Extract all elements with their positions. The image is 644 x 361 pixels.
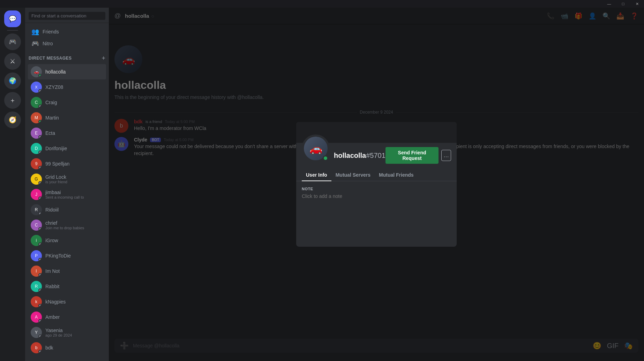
dm-avatar-ecta: E	[31, 128, 42, 139]
profile-username-wrap: hollacolla#5701	[334, 152, 385, 160]
dm-avatar-jimbaai: J	[31, 189, 42, 200]
status-dot-craig	[38, 105, 42, 108]
dm-name-yasenia: Yasenia	[45, 328, 103, 333]
profile-modal: 🚗 hollacolla#5701 Send Frien	[296, 122, 457, 247]
profile-username: hollacolla#5701	[334, 152, 385, 159]
status-dot-gridlock	[38, 181, 42, 185]
dm-name-hollacolla: hollacolla	[45, 69, 103, 75]
dm-name-knagpies: kNagpies	[45, 299, 103, 305]
dm-avatar-rabbit: R	[31, 281, 42, 292]
dm-item-dori[interactable]: D Dorifonijie	[28, 141, 106, 156]
add-dm-button[interactable]: +	[102, 55, 105, 61]
nitro-icon: 🎮	[31, 40, 39, 47]
dm-header: DIRECT MESSAGES +	[25, 52, 109, 64]
profile-tabs: User Info Mutual Servers Mutual Friends	[296, 169, 457, 181]
dm-item-ridoiil[interactable]: R Ridoiil	[28, 202, 106, 217]
dm-avatar-bdk: b	[31, 342, 42, 353]
status-dot-dori	[38, 151, 42, 154]
search-bar	[25, 8, 109, 23]
sidebar-item-nitro[interactable]: 🎮 Nitro	[29, 38, 105, 49]
dm-item-knagpies[interactable]: k kNagpies	[28, 294, 106, 309]
dm-name-igrow: iGrow	[45, 238, 103, 243]
status-dot-igrow	[38, 243, 42, 246]
dm-item-bdk[interactable]: b bdk	[28, 340, 106, 355]
tab-mutual-servers[interactable]: Mutual Servers	[331, 169, 375, 181]
dm-avatar-pking: P	[31, 250, 42, 261]
dm-name-dori: Dorifonijie	[45, 146, 103, 151]
dm-item-martin[interactable]: M Martin	[28, 110, 106, 125]
maximize-button[interactable]: □	[616, 0, 630, 8]
sidebar-nav: 👥 Friends 🎮 Nitro	[25, 23, 109, 52]
note-content-area	[302, 199, 451, 241]
dm-name-ecta: Ecta	[45, 130, 103, 136]
dm-name-martin: Martin	[45, 115, 103, 121]
dm-avatar-chrief: C	[31, 220, 42, 231]
dm-avatar-yasenia: Y	[31, 327, 42, 338]
sidebar-item-friends[interactable]: 👥 Friends	[29, 26, 105, 38]
dm-avatar-knagpies: k	[31, 296, 42, 307]
profile-actions: Send Friend Request …	[385, 147, 451, 164]
tab-user-info[interactable]: User Info	[302, 169, 331, 181]
server-icon-add[interactable]: ＋	[4, 92, 21, 109]
dm-item-craig[interactable]: C Craig	[28, 95, 106, 110]
dm-item-yasenia[interactable]: Y Yasenia ago 29 de 2024	[28, 325, 106, 340]
status-dot-rabbit	[38, 289, 42, 292]
profile-status-indicator	[323, 155, 328, 161]
friends-icon: 👥	[31, 28, 39, 36]
dm-name-chrief: chrief	[45, 220, 103, 226]
dm-item-pking[interactable]: P PKingToDie	[28, 248, 106, 263]
dm-name-imnot: Im Not	[45, 268, 103, 274]
status-dot-amber	[38, 319, 42, 323]
dm-sub-yasenia: ago 29 de 2024	[45, 333, 103, 337]
dm-avatar-craig: C	[31, 97, 42, 108]
dm-item-chrief[interactable]: C chrief Join me to drop babies	[28, 217, 106, 233]
dm-avatar-gridlock: G	[31, 174, 42, 185]
dm-avatar-dori: D	[31, 143, 42, 154]
dm-name-jimbaai: jimbaai	[45, 190, 103, 195]
dm-item-ecta[interactable]: E Ecta	[28, 125, 106, 141]
dm-item-hollacolla[interactable]: 🚗 hollacolla	[28, 64, 106, 79]
status-dot-pking	[38, 258, 42, 261]
dm-avatar-igrow: i	[31, 235, 42, 246]
dm-name-xzyz08: XZYZ08	[45, 84, 103, 90]
status-dot-jimbaai	[38, 197, 42, 200]
server-icon-2[interactable]: ⚔	[4, 53, 21, 70]
profile-note-section: NOTE	[302, 187, 451, 199]
server-icon-1[interactable]: 🎮	[4, 33, 21, 50]
close-button[interactable]: ✕	[630, 0, 644, 8]
modal-overlay[interactable]: 🚗 hollacolla#5701 Send Frien	[109, 8, 644, 361]
profile-username-text: hollacolla	[334, 152, 366, 159]
status-dot-ecta	[38, 135, 42, 139]
dm-item-jimbaai[interactable]: J jimbaai Sent a incoming call to	[28, 187, 106, 202]
dm-item-gridlock[interactable]: G Grid Lock is your friend	[28, 171, 106, 187]
dm-item-rabbit[interactable]: R Rabbit	[28, 279, 106, 294]
dm-avatar-martin: M	[31, 112, 42, 123]
dm-name-rabbit: Rabbit	[45, 284, 103, 289]
dm-item-igrow[interactable]: i iGrow	[28, 233, 106, 248]
status-dot-99spell	[38, 166, 42, 169]
dm-item-imnot[interactable]: I Im Not	[28, 263, 106, 279]
profile-user-info: 🚗 hollacolla#5701	[302, 148, 385, 162]
server-icon-3[interactable]: 🌍	[4, 72, 21, 89]
profile-modal-body: 🚗 hollacolla#5701 Send Frien	[296, 147, 457, 247]
dm-avatar-99spell: 9	[31, 158, 42, 169]
status-dot-xzyz08	[38, 89, 42, 93]
more-options-button[interactable]: …	[441, 150, 451, 161]
dm-item-xzyz08[interactable]: X XZYZ08	[28, 79, 106, 95]
dm-item-99spell[interactable]: 9 99 Spelljan	[28, 156, 106, 171]
search-input[interactable]	[29, 12, 105, 20]
titlebar: — □ ✕	[602, 0, 644, 8]
server-icon-dm[interactable]: 💬	[4, 10, 21, 27]
main-content: @ hollacolla ○ 📞 📹 🎁 👤 🔍 📥 ❓ 🚗	[109, 8, 644, 361]
minimize-button[interactable]: —	[602, 0, 616, 8]
tab-mutual-friends[interactable]: Mutual Friends	[375, 169, 418, 181]
status-dot-martin	[38, 120, 42, 123]
dm-avatar-ridoiil: R	[31, 204, 42, 215]
dm-name-99spell: 99 Spelljan	[45, 161, 103, 167]
note-input[interactable]	[302, 193, 451, 199]
dm-item-amber[interactable]: A Amber	[28, 309, 106, 325]
status-dot-yasenia	[38, 335, 42, 338]
send-friend-request-button[interactable]: Send Friend Request	[385, 147, 439, 164]
server-icon-explore[interactable]: 🧭	[4, 112, 21, 128]
dm-name-pking: PKingToDie	[45, 253, 103, 259]
